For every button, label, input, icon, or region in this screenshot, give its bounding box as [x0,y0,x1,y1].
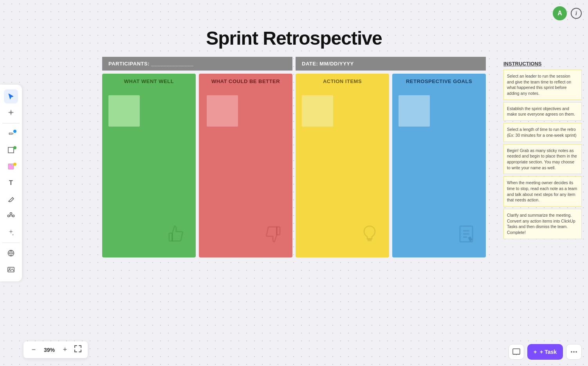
column-could-be-better-header: WHAT COULD BE BETTER [199,74,292,89]
column-action-items-header: ACTION ITEMS [296,74,389,89]
toolbar-ai[interactable] [4,106,18,120]
info-icon[interactable]: i [571,8,582,19]
sticky-note-green[interactable] [108,95,140,127]
task-label: + Task [540,349,557,355]
column-retro-goals-body[interactable] [392,89,486,257]
toolbar-magic[interactable] [4,225,18,239]
svg-point-4 [10,213,12,215]
toolbar-pen[interactable]: ✏ [4,127,18,141]
thumbsup-icon [164,222,188,250]
thumbsdown-icon [261,222,285,250]
instruction-card-1: Select an leader to run the session and … [503,70,582,100]
svg-rect-1 [8,164,14,169]
zoom-level: 39% [42,347,56,353]
instruction-card-4: Begin! Grab as many sticky notes as need… [503,144,582,174]
zoom-in-button[interactable]: + [60,345,70,355]
toolbar-image[interactable] [4,263,18,277]
header-bar: PARTICIPANTS: ______________ DATE: MM/DD… [102,57,486,71]
svg-rect-10 [169,233,172,241]
whiteboard-button[interactable] [509,344,524,360]
column-could-be-better: WHAT COULD BE BETTER [199,74,292,257]
svg-point-24 [575,351,577,353]
zoom-bar: − 39% + [23,341,88,358]
zoom-out-button[interactable]: − [29,345,38,355]
date-field[interactable]: DATE: MM/DD/YYYY [296,57,486,71]
canvas: Sprint Retrospective PARTICIPANTS: _____… [0,0,588,366]
left-toolbar: ✏ T [0,85,22,281]
toolbar-connect[interactable] [4,209,18,223]
column-went-well-body[interactable] [102,89,196,257]
column-retro-goals: RETROSPECTIVE GOALS [392,74,486,257]
sticky-note-pink[interactable] [207,95,238,127]
svg-point-9 [9,268,11,270]
instructions-panel: INSTRUCTIONS Select an leader to run the… [503,61,582,241]
participants-field[interactable]: PARTICIPANTS: ______________ [102,57,292,71]
zoom-fit-button[interactable] [74,344,82,355]
toolbar-divider-1 [2,123,20,123]
instruction-card-2: Establish the sprint objectives and make… [503,102,582,121]
column-action-items: ACTION ITEMS [296,74,389,257]
more-options-button[interactable] [566,344,582,360]
svg-point-23 [573,351,575,353]
svg-rect-8 [8,267,14,272]
svg-rect-0 [8,147,14,153]
toolbar-globe[interactable] [4,246,18,260]
instruction-card-6: Clarify and summarize the meeting. Conve… [503,209,582,239]
instruction-card-5: When the meeting owner decides its time … [503,176,582,207]
svg-rect-18 [513,349,520,354]
task-plus-icon: + [534,349,537,355]
toolbar-shape[interactable] [4,143,18,157]
toolbar-text[interactable]: T [4,176,18,190]
columns-wrapper: WHAT WENT WELL WHAT COULD BE BETTER [102,74,486,257]
instructions-title[interactable]: INSTRUCTIONS [503,61,582,67]
svg-rect-11 [277,227,280,235]
toolbar-cursor[interactable] [4,89,18,103]
lightbulb-icon [358,222,381,250]
document-icon [455,222,478,250]
column-action-items-body[interactable] [296,89,389,257]
toolbar-pencil[interactable] [4,192,18,207]
user-avatar[interactable]: A [553,6,567,20]
column-went-well: WHAT WENT WELL [102,74,196,257]
bottom-right-actions: + + Task [509,344,582,360]
column-went-well-header: WHAT WENT WELL [102,74,196,89]
add-task-button[interactable]: + + Task [527,344,563,360]
toolbar-sticky[interactable] [4,159,18,174]
page-title: Sprint Retrospective [206,27,382,49]
svg-point-3 [13,215,14,217]
column-retro-goals-header: RETROSPECTIVE GOALS [392,74,486,89]
svg-point-22 [571,351,572,353]
svg-point-2 [8,215,10,217]
toolbar-divider-2 [2,243,20,243]
sticky-note-lightblue[interactable] [399,95,430,127]
sticky-note-yellow[interactable] [302,95,333,127]
instruction-card-3: Select a length of time to run the retro… [503,123,582,141]
column-could-be-better-body[interactable] [199,89,292,257]
